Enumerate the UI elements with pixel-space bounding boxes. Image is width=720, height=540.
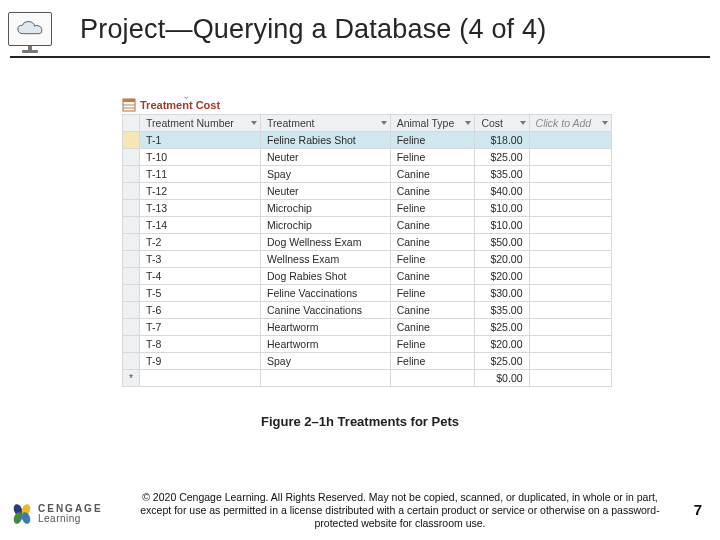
cell-empty[interactable] — [529, 183, 611, 200]
table-row[interactable]: T-9SpayFeline$25.00 — [123, 353, 612, 370]
col-animal-type[interactable]: Animal Type — [390, 115, 475, 132]
cell-animal-type[interactable]: Canine — [390, 183, 475, 200]
chevron-down-icon[interactable] — [251, 121, 257, 125]
table-row[interactable]: T-12NeuterCanine$40.00 — [123, 183, 612, 200]
cell-empty[interactable] — [140, 370, 261, 387]
cell-treatment[interactable]: Wellness Exam — [261, 251, 391, 268]
table-row[interactable]: T-5Feline VaccinationsFeline$30.00 — [123, 285, 612, 302]
row-selector[interactable] — [123, 302, 140, 319]
row-selector[interactable] — [123, 149, 140, 166]
cell-animal-type[interactable]: Feline — [390, 132, 475, 149]
row-selector[interactable] — [123, 268, 140, 285]
cell-treatment[interactable]: Dog Rabies Shot — [261, 268, 391, 285]
cell-animal-type[interactable]: Canine — [390, 217, 475, 234]
cell-animal-type[interactable]: Feline — [390, 336, 475, 353]
cell-empty[interactable] — [529, 302, 611, 319]
cell-empty[interactable] — [529, 370, 611, 387]
cell-treatment-number[interactable]: T-13 — [140, 200, 261, 217]
row-selector-header[interactable] — [123, 115, 140, 132]
cell-empty[interactable] — [529, 200, 611, 217]
cell-cost[interactable]: $25.00 — [475, 353, 529, 370]
cell-treatment-number[interactable]: T-8 — [140, 336, 261, 353]
cell-treatment-number[interactable]: T-3 — [140, 251, 261, 268]
cell-animal-type[interactable]: Canine — [390, 166, 475, 183]
table-row[interactable]: T-14MicrochipCanine$10.00 — [123, 217, 612, 234]
cell-animal-type[interactable]: Canine — [390, 319, 475, 336]
cell-treatment[interactable]: Canine Vaccinations — [261, 302, 391, 319]
cell-cost[interactable]: $20.00 — [475, 336, 529, 353]
cell-treatment[interactable]: Heartworm — [261, 336, 391, 353]
cell-treatment-number[interactable]: T-14 — [140, 217, 261, 234]
cell-treatment-number[interactable]: T-1 — [140, 132, 261, 149]
cell-empty[interactable] — [529, 319, 611, 336]
table-tab[interactable]: ⌄ Treatment Cost — [122, 96, 612, 114]
row-selector[interactable] — [123, 336, 140, 353]
cell-cost[interactable]: $20.00 — [475, 268, 529, 285]
cell-empty[interactable] — [529, 285, 611, 302]
cell-empty[interactable] — [529, 166, 611, 183]
cell-animal-type[interactable]: Feline — [390, 285, 475, 302]
cell-animal-type[interactable]: Feline — [390, 353, 475, 370]
cell-empty[interactable] — [529, 336, 611, 353]
cell-animal-type[interactable]: Feline — [390, 149, 475, 166]
cell-treatment[interactable]: Microchip — [261, 200, 391, 217]
cell-cost[interactable]: $0.00 — [475, 370, 529, 387]
cell-cost[interactable]: $18.00 — [475, 132, 529, 149]
cell-treatment[interactable]: Neuter — [261, 183, 391, 200]
cell-treatment[interactable]: Feline Vaccinations — [261, 285, 391, 302]
row-selector[interactable] — [123, 200, 140, 217]
cell-treatment-number[interactable]: T-10 — [140, 149, 261, 166]
cell-empty[interactable] — [529, 353, 611, 370]
cell-treatment[interactable]: Feline Rabies Shot — [261, 132, 391, 149]
cell-animal-type[interactable]: Canine — [390, 268, 475, 285]
chevron-down-icon[interactable] — [520, 121, 526, 125]
cell-treatment-number[interactable]: T-2 — [140, 234, 261, 251]
cell-empty[interactable] — [529, 149, 611, 166]
cell-treatment[interactable]: Dog Wellness Exam — [261, 234, 391, 251]
cell-treatment-number[interactable]: T-12 — [140, 183, 261, 200]
row-selector[interactable] — [123, 217, 140, 234]
cell-animal-type[interactable]: Canine — [390, 302, 475, 319]
cell-cost[interactable]: $35.00 — [475, 302, 529, 319]
new-record-marker[interactable]: * — [123, 370, 140, 387]
cell-cost[interactable]: $10.00 — [475, 217, 529, 234]
row-selector[interactable] — [123, 285, 140, 302]
cell-treatment[interactable]: Spay — [261, 166, 391, 183]
col-click-to-add[interactable]: Click to Add — [529, 115, 611, 132]
cell-cost[interactable]: $10.00 — [475, 200, 529, 217]
row-selector[interactable] — [123, 319, 140, 336]
table-row[interactable]: T-2Dog Wellness ExamCanine$50.00 — [123, 234, 612, 251]
cell-treatment-number[interactable]: T-11 — [140, 166, 261, 183]
cell-treatment-number[interactable]: T-9 — [140, 353, 261, 370]
cell-cost[interactable]: $30.00 — [475, 285, 529, 302]
col-treatment[interactable]: Treatment — [261, 115, 391, 132]
cell-empty[interactable] — [261, 370, 391, 387]
row-selector[interactable] — [123, 234, 140, 251]
table-row[interactable]: T-7HeartwormCanine$25.00 — [123, 319, 612, 336]
chevron-down-icon[interactable] — [602, 121, 608, 125]
cell-empty[interactable] — [529, 217, 611, 234]
cell-treatment-number[interactable]: T-7 — [140, 319, 261, 336]
cell-animal-type[interactable]: Feline — [390, 251, 475, 268]
cell-empty[interactable] — [390, 370, 475, 387]
col-cost[interactable]: Cost — [475, 115, 529, 132]
cell-cost[interactable]: $50.00 — [475, 234, 529, 251]
row-selector[interactable] — [123, 132, 140, 149]
cell-cost[interactable]: $20.00 — [475, 251, 529, 268]
table-row[interactable]: T-6Canine VaccinationsCanine$35.00 — [123, 302, 612, 319]
cell-cost[interactable]: $25.00 — [475, 319, 529, 336]
cell-empty[interactable] — [529, 251, 611, 268]
table-row[interactable]: T-8HeartwormFeline$20.00 — [123, 336, 612, 353]
table-row[interactable]: T-1Feline Rabies ShotFeline$18.00 — [123, 132, 612, 149]
cell-cost[interactable]: $25.00 — [475, 149, 529, 166]
table-row[interactable]: T-10NeuterFeline$25.00 — [123, 149, 612, 166]
cell-treatment-number[interactable]: T-5 — [140, 285, 261, 302]
chevron-down-icon[interactable] — [381, 121, 387, 125]
table-row[interactable]: T-13MicrochipFeline$10.00 — [123, 200, 612, 217]
row-selector[interactable] — [123, 183, 140, 200]
cell-empty[interactable] — [529, 132, 611, 149]
table-row[interactable]: T-11SpayCanine$35.00 — [123, 166, 612, 183]
cell-empty[interactable] — [529, 234, 611, 251]
cell-treatment[interactable]: Microchip — [261, 217, 391, 234]
col-treatment-number[interactable]: Treatment Number — [140, 115, 261, 132]
